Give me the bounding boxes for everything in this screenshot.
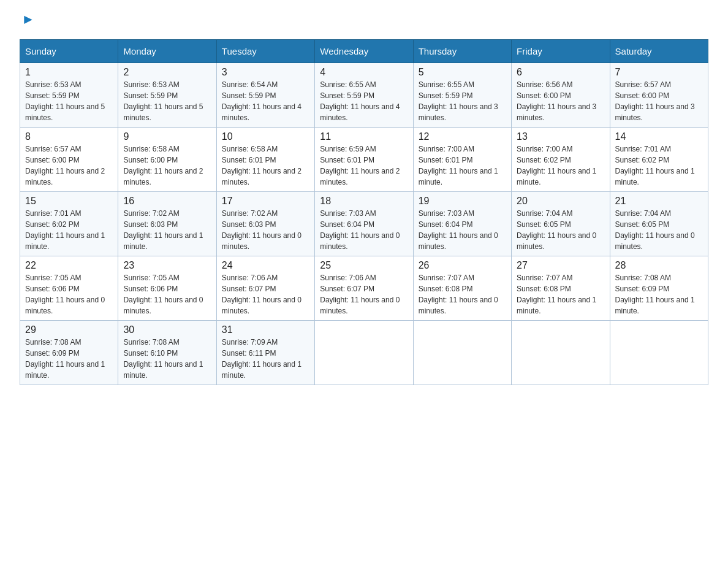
day-info: Sunrise: 7:05 AMSunset: 6:06 PMDaylight:… <box>123 274 203 315</box>
page-header <box>20 15 708 27</box>
day-number: 13 <box>517 131 604 142</box>
logo-flag-icon <box>22 15 34 27</box>
day-number: 26 <box>419 260 506 271</box>
day-info: Sunrise: 6:55 AMSunset: 5:59 PMDaylight:… <box>419 80 498 122</box>
calendar-cell <box>512 321 610 385</box>
calendar-cell: 30 Sunrise: 7:08 AMSunset: 6:10 PMDaylig… <box>118 321 216 385</box>
day-info: Sunrise: 7:09 AMSunset: 6:11 PMDaylight:… <box>222 338 301 380</box>
calendar-cell: 28 Sunrise: 7:08 AMSunset: 6:09 PMDaylig… <box>610 256 708 321</box>
day-number: 3 <box>222 67 309 78</box>
calendar-cell <box>315 321 413 385</box>
day-info: Sunrise: 6:58 AMSunset: 6:00 PMDaylight:… <box>123 145 203 186</box>
calendar-cell: 14 Sunrise: 7:01 AMSunset: 6:02 PMDaylig… <box>610 128 708 192</box>
calendar-cell: 22 Sunrise: 7:05 AMSunset: 6:06 PMDaylig… <box>20 256 118 321</box>
day-number: 21 <box>615 196 703 207</box>
weekday-header-tuesday: Tuesday <box>216 40 314 63</box>
day-info: Sunrise: 7:00 AMSunset: 6:01 PMDaylight:… <box>419 145 498 186</box>
calendar-cell: 24 Sunrise: 7:06 AMSunset: 6:07 PMDaylig… <box>216 256 314 321</box>
calendar-cell: 31 Sunrise: 7:09 AMSunset: 6:11 PMDaylig… <box>216 321 314 385</box>
day-info: Sunrise: 7:04 AMSunset: 6:05 PMDaylight:… <box>517 209 596 251</box>
calendar-week-row: 1 Sunrise: 6:53 AMSunset: 5:59 PMDayligh… <box>20 63 708 128</box>
day-info: Sunrise: 7:02 AMSunset: 6:03 PMDaylight:… <box>222 209 301 251</box>
calendar-cell: 9 Sunrise: 6:58 AMSunset: 6:00 PMDayligh… <box>118 128 216 192</box>
day-info: Sunrise: 6:58 AMSunset: 6:01 PMDaylight:… <box>222 145 301 186</box>
calendar-week-row: 29 Sunrise: 7:08 AMSunset: 6:09 PMDaylig… <box>20 321 708 385</box>
day-number: 31 <box>222 324 309 335</box>
day-info: Sunrise: 7:05 AMSunset: 6:06 PMDaylight:… <box>25 274 105 315</box>
day-info: Sunrise: 7:01 AMSunset: 6:02 PMDaylight:… <box>615 145 695 186</box>
day-number: 5 <box>419 67 506 78</box>
day-info: Sunrise: 6:54 AMSunset: 5:59 PMDaylight:… <box>222 80 301 122</box>
day-info: Sunrise: 7:04 AMSunset: 6:05 PMDaylight:… <box>615 209 695 251</box>
calendar-cell: 27 Sunrise: 7:07 AMSunset: 6:08 PMDaylig… <box>512 256 610 321</box>
calendar-cell: 12 Sunrise: 7:00 AMSunset: 6:01 PMDaylig… <box>413 128 511 192</box>
calendar-cell: 23 Sunrise: 7:05 AMSunset: 6:06 PMDaylig… <box>118 256 216 321</box>
day-number: 24 <box>222 260 309 271</box>
day-number: 11 <box>320 131 408 142</box>
day-info: Sunrise: 7:07 AMSunset: 6:08 PMDaylight:… <box>419 274 498 315</box>
day-number: 15 <box>25 196 113 207</box>
day-number: 17 <box>222 196 309 207</box>
day-number: 7 <box>615 67 703 78</box>
day-info: Sunrise: 7:03 AMSunset: 6:04 PMDaylight:… <box>320 209 400 251</box>
day-number: 28 <box>615 260 703 271</box>
day-number: 19 <box>419 196 506 207</box>
calendar-cell: 11 Sunrise: 6:59 AMSunset: 6:01 PMDaylig… <box>315 128 413 192</box>
calendar-cell: 18 Sunrise: 7:03 AMSunset: 6:04 PMDaylig… <box>315 192 413 256</box>
weekday-header-friday: Friday <box>512 40 610 63</box>
calendar-body: 1 Sunrise: 6:53 AMSunset: 5:59 PMDayligh… <box>20 63 708 385</box>
day-info: Sunrise: 7:00 AMSunset: 6:02 PMDaylight:… <box>517 145 596 186</box>
calendar-cell: 3 Sunrise: 6:54 AMSunset: 5:59 PMDayligh… <box>216 63 314 128</box>
day-info: Sunrise: 7:08 AMSunset: 6:09 PMDaylight:… <box>25 338 105 380</box>
day-number: 27 <box>517 260 604 271</box>
day-number: 16 <box>123 196 211 207</box>
calendar-cell: 21 Sunrise: 7:04 AMSunset: 6:05 PMDaylig… <box>610 192 708 256</box>
day-info: Sunrise: 7:06 AMSunset: 6:07 PMDaylight:… <box>320 274 400 315</box>
day-number: 18 <box>320 196 408 207</box>
calendar-week-row: 8 Sunrise: 6:57 AMSunset: 6:00 PMDayligh… <box>20 128 708 192</box>
day-info: Sunrise: 6:55 AMSunset: 5:59 PMDaylight:… <box>320 80 400 122</box>
calendar-week-row: 15 Sunrise: 7:01 AMSunset: 6:02 PMDaylig… <box>20 192 708 256</box>
calendar-table: SundayMondayTuesdayWednesdayThursdayFrid… <box>20 39 708 385</box>
day-number: 9 <box>123 131 211 142</box>
day-number: 29 <box>25 324 113 335</box>
calendar-cell: 10 Sunrise: 6:58 AMSunset: 6:01 PMDaylig… <box>216 128 314 192</box>
day-number: 30 <box>123 324 211 335</box>
calendar-cell: 29 Sunrise: 7:08 AMSunset: 6:09 PMDaylig… <box>20 321 118 385</box>
calendar-week-row: 22 Sunrise: 7:05 AMSunset: 6:06 PMDaylig… <box>20 256 708 321</box>
day-info: Sunrise: 6:57 AMSunset: 6:00 PMDaylight:… <box>615 80 695 122</box>
day-info: Sunrise: 7:03 AMSunset: 6:04 PMDaylight:… <box>419 209 498 251</box>
calendar-cell: 6 Sunrise: 6:56 AMSunset: 6:00 PMDayligh… <box>512 63 610 128</box>
day-number: 12 <box>419 131 506 142</box>
day-number: 14 <box>615 131 703 142</box>
day-number: 10 <box>222 131 309 142</box>
weekday-header-wednesday: Wednesday <box>315 40 413 63</box>
calendar-cell: 15 Sunrise: 7:01 AMSunset: 6:02 PMDaylig… <box>20 192 118 256</box>
calendar-cell: 4 Sunrise: 6:55 AMSunset: 5:59 PMDayligh… <box>315 63 413 128</box>
calendar-cell: 26 Sunrise: 7:07 AMSunset: 6:08 PMDaylig… <box>413 256 511 321</box>
day-info: Sunrise: 6:57 AMSunset: 6:00 PMDaylight:… <box>25 145 105 186</box>
calendar-cell: 20 Sunrise: 7:04 AMSunset: 6:05 PMDaylig… <box>512 192 610 256</box>
calendar-cell: 5 Sunrise: 6:55 AMSunset: 5:59 PMDayligh… <box>413 63 511 128</box>
day-number: 6 <box>517 67 604 78</box>
day-number: 22 <box>25 260 113 271</box>
calendar-cell: 17 Sunrise: 7:02 AMSunset: 6:03 PMDaylig… <box>216 192 314 256</box>
day-number: 2 <box>123 67 211 78</box>
weekday-header-sunday: Sunday <box>20 40 118 63</box>
day-number: 4 <box>320 67 408 78</box>
calendar-cell <box>610 321 708 385</box>
calendar-cell: 25 Sunrise: 7:06 AMSunset: 6:07 PMDaylig… <box>315 256 413 321</box>
calendar-cell: 13 Sunrise: 7:00 AMSunset: 6:02 PMDaylig… <box>512 128 610 192</box>
logo <box>20 15 37 27</box>
calendar-cell <box>413 321 511 385</box>
day-info: Sunrise: 7:08 AMSunset: 6:09 PMDaylight:… <box>615 274 695 315</box>
day-info: Sunrise: 7:06 AMSunset: 6:07 PMDaylight:… <box>222 274 301 315</box>
day-number: 8 <box>25 131 113 142</box>
day-number: 25 <box>320 260 408 271</box>
calendar-cell: 2 Sunrise: 6:53 AMSunset: 5:59 PMDayligh… <box>118 63 216 128</box>
calendar-cell: 1 Sunrise: 6:53 AMSunset: 5:59 PMDayligh… <box>20 63 118 128</box>
day-info: Sunrise: 7:01 AMSunset: 6:02 PMDaylight:… <box>25 209 105 251</box>
calendar-cell: 7 Sunrise: 6:57 AMSunset: 6:00 PMDayligh… <box>610 63 708 128</box>
day-info: Sunrise: 7:02 AMSunset: 6:03 PMDaylight:… <box>123 209 203 251</box>
day-info: Sunrise: 7:08 AMSunset: 6:10 PMDaylight:… <box>123 338 203 380</box>
